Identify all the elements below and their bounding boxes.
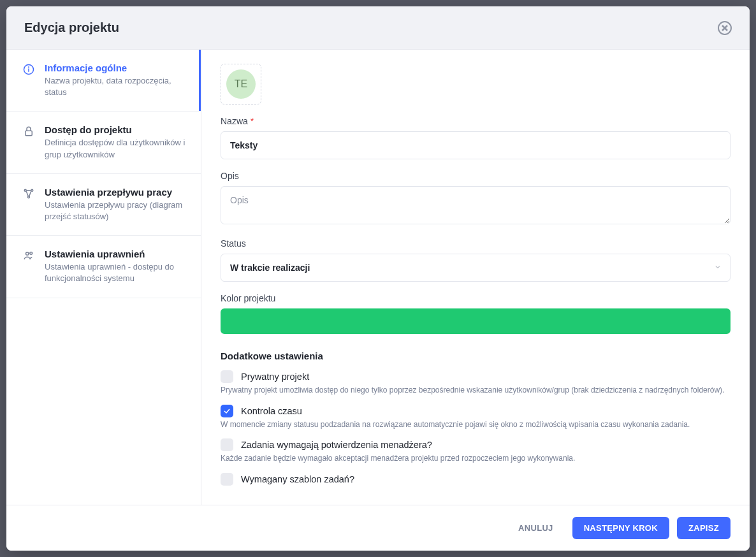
edit-project-modal: Edycja projektu Informacje ogólne Nazwa …	[6, 6, 750, 551]
status-label: Status	[221, 238, 731, 249]
svg-point-8	[30, 252, 33, 255]
sidebar-item-access[interactable]: Dostęp do projektu Definicja dostępów dl…	[6, 112, 201, 173]
close-icon	[722, 25, 728, 31]
sidebar-item-title: Ustawienia uprawnień	[45, 249, 187, 259]
svg-point-7	[26, 252, 29, 256]
checkbox-label: Zadania wymagają potwierdzenia menadżera…	[241, 440, 432, 450]
checkbox-manager[interactable]	[221, 438, 233, 451]
workflow-icon	[23, 187, 36, 222]
desc-label: Opis	[221, 171, 731, 181]
sidebar-item-desc: Ustawienia uprawnień - dostępu do funkcj…	[45, 261, 187, 284]
status-select[interactable]: W trakcie realizacji	[221, 254, 731, 282]
checkbox-hint: Prywatny projekt umożliwia dostęp do nie…	[221, 386, 731, 396]
checkbox-hint: Każde zadanie będzie wymagało akceptacji…	[221, 454, 731, 464]
checkbox-hint: W momencie zmiany statusu podzadania na …	[221, 420, 731, 430]
sidebar-item-title: Ustawienia przepływu pracy	[45, 187, 187, 198]
sidebar-item-title: Informacje ogólne	[45, 62, 187, 73]
svg-point-4	[24, 189, 26, 191]
sidebar-item-desc: Ustawienia przepływu pracy (diagram prze…	[45, 199, 187, 222]
next-step-button[interactable]: NASTĘPNY KROK	[572, 517, 669, 539]
check-manager-confirm: Zadania wymagają potwierdzenia menadżera…	[221, 438, 731, 464]
check-time-control: Kontrola czasu W momencie zmiany statusu…	[221, 405, 731, 430]
info-icon	[23, 62, 36, 98]
check-private-project: Prywatny projekt Prywatny projekt umożli…	[221, 370, 731, 396]
checkbox-label: Prywatny projekt	[241, 372, 309, 382]
additional-settings-heading: Dodatkowe ustawienia	[221, 351, 731, 361]
checkbox-template[interactable]	[221, 473, 233, 486]
checkbox-label: Kontrola czasu	[241, 406, 302, 416]
modal-footer: ANULUJ NASTĘPNY KROK ZAPISZ	[6, 505, 750, 551]
users-icon	[23, 249, 36, 284]
checkbox-label: Wymagany szablon zadań?	[241, 474, 354, 484]
color-label: Kolor projektu	[221, 293, 731, 303]
modal-body: Informacje ogólne Nazwa projektu, data r…	[6, 50, 750, 505]
sidebar-item-permissions[interactable]: Ustawienia uprawnień Ustawienia uprawnie…	[6, 236, 201, 298]
svg-point-6	[28, 196, 30, 198]
svg-point-5	[31, 189, 33, 191]
name-label: Nazwa *	[221, 116, 731, 126]
checkbox-private[interactable]	[221, 370, 233, 383]
sidebar-item-desc: Definicja dostępów dla użytkowników i gr…	[45, 137, 187, 160]
desc-input[interactable]	[221, 186, 731, 224]
main-panel: TE Nazwa * Opis Status W trakcie realiza…	[201, 50, 750, 505]
sidebar-item-workflow[interactable]: Ustawienia przepływu pracy Ustawienia pr…	[6, 174, 201, 236]
close-button[interactable]	[718, 21, 732, 35]
sidebar-item-title: Dostęp do projektu	[45, 124, 187, 135]
svg-point-2	[29, 67, 29, 68]
checkbox-time[interactable]	[221, 405, 233, 417]
cancel-button[interactable]: ANULUJ	[507, 517, 565, 539]
sidebar-item-desc: Nazwa projektu, data rozpoczęcia, status	[45, 75, 187, 98]
save-button[interactable]: ZAPISZ	[677, 517, 731, 539]
modal-header: Edycja projektu	[6, 6, 750, 50]
svg-rect-3	[25, 131, 33, 136]
name-input[interactable]	[221, 131, 731, 159]
lock-icon	[23, 124, 36, 160]
avatar: TE	[226, 69, 256, 99]
color-picker[interactable]	[221, 308, 731, 334]
sidebar-item-general[interactable]: Informacje ogólne Nazwa projektu, data r…	[6, 50, 201, 112]
modal-title: Edycja projektu	[24, 20, 119, 35]
avatar-upload[interactable]: TE	[221, 64, 261, 105]
check-template-required: Wymagany szablon zadań?	[221, 473, 731, 486]
sidebar: Informacje ogólne Nazwa projektu, data r…	[6, 50, 201, 505]
